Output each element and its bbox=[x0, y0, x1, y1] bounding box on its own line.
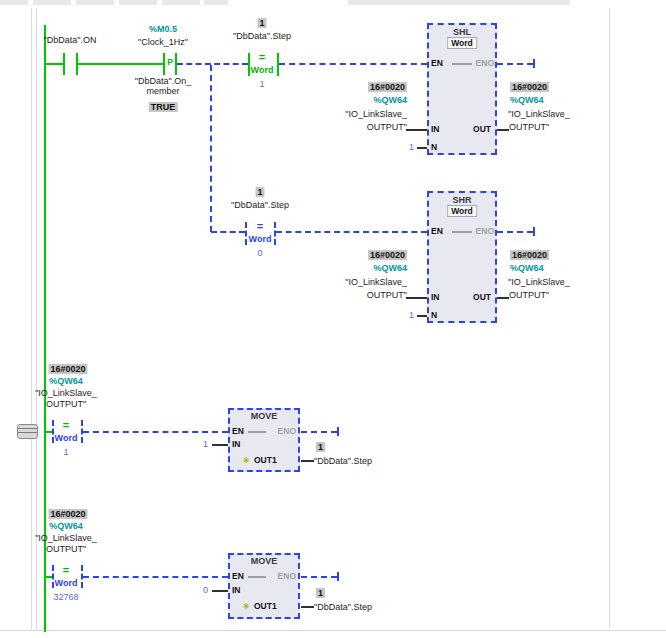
operand-tag[interactable]: OUTPUT" bbox=[367, 122, 407, 132]
in-wire bbox=[406, 129, 427, 131]
eno-wire bbox=[301, 576, 337, 578]
pin-n: N bbox=[431, 310, 437, 320]
edge-contact-letter[interactable]: P bbox=[167, 57, 173, 67]
rung-wire bbox=[211, 231, 245, 233]
operand-tag[interactable]: "IO_LinkSlave_ bbox=[508, 277, 570, 287]
operand-address[interactable]: %QW64 bbox=[49, 521, 83, 531]
rung-wire bbox=[83, 431, 228, 433]
operand-tag[interactable]: "IO_LinkSlave_ bbox=[35, 533, 97, 543]
pin-out: OUT bbox=[473, 124, 491, 134]
eno-wire bbox=[497, 231, 533, 233]
operand-tag[interactable]: "IO_LinkSlave_ bbox=[345, 277, 407, 287]
ladder-editor-canvas: "DbData".ON P %M0.5 "Clock_1Hz" "DbData"… bbox=[0, 0, 666, 638]
contact-bar bbox=[163, 53, 165, 75]
block-title[interactable]: SHL bbox=[453, 27, 471, 37]
rung-wire bbox=[279, 63, 427, 65]
collapsed-branch-icon[interactable] bbox=[17, 424, 38, 439]
compare-value[interactable]: 1 bbox=[63, 447, 68, 457]
operand-address[interactable]: %QW64 bbox=[49, 376, 83, 386]
operand-tag[interactable]: OUTPUT" bbox=[367, 290, 407, 300]
compare-operator[interactable]: = bbox=[257, 222, 263, 231]
monitor-value: 1 bbox=[316, 588, 325, 598]
block-datatype-dropdown[interactable]: Word bbox=[447, 37, 477, 49]
operand-tag[interactable]: OUTPUT" bbox=[509, 122, 549, 132]
operand-tag[interactable]: "IO_LinkSlave_ bbox=[35, 388, 97, 398]
pin-eno: ENO bbox=[476, 226, 494, 236]
operand-tag[interactable]: "DbData".Step bbox=[231, 200, 289, 210]
operand-tag[interactable]: member bbox=[146, 86, 179, 96]
compare-datatype[interactable]: Word bbox=[249, 234, 272, 244]
operand-address[interactable]: %QW64 bbox=[373, 95, 407, 105]
eno-wire bbox=[497, 63, 533, 65]
pin-en: EN bbox=[431, 58, 443, 68]
block-title[interactable]: MOVE bbox=[251, 411, 278, 421]
add-output-icon[interactable]: ✳ bbox=[243, 456, 250, 465]
page-break-line bbox=[609, 8, 610, 627]
monitor-value: TRUE bbox=[149, 102, 178, 112]
wire-end-tick bbox=[533, 59, 535, 68]
compare-datatype[interactable]: Word bbox=[55, 578, 78, 588]
operand-tag[interactable]: "IO_LinkSlave_ bbox=[345, 109, 407, 119]
block-datatype-dropdown[interactable]: Word bbox=[447, 205, 477, 217]
branch-wire bbox=[210, 65, 212, 232]
compare-value[interactable]: 32768 bbox=[53, 592, 78, 602]
operand-tag[interactable]: OUTPUT" bbox=[46, 399, 86, 409]
compare-datatype[interactable]: Word bbox=[251, 65, 274, 75]
toolbar-edge-segment bbox=[348, 0, 570, 5]
network-margin-line bbox=[31, 8, 32, 631]
toolbar-edge-segment bbox=[119, 0, 157, 5]
en-eno-link bbox=[248, 576, 266, 578]
constant-value[interactable]: 0 bbox=[203, 585, 208, 595]
monitor-value: 16#0020 bbox=[368, 250, 407, 260]
operand-tag[interactable]: "DbData".Step bbox=[314, 456, 372, 466]
constant-value[interactable]: 1 bbox=[409, 142, 414, 152]
pin-en: EN bbox=[232, 571, 244, 581]
operand-tag[interactable]: "Clock_1Hz" bbox=[138, 37, 188, 47]
compare-operator[interactable]: = bbox=[63, 566, 69, 575]
constant-value[interactable]: 1 bbox=[409, 310, 414, 320]
add-output-icon[interactable]: ✳ bbox=[243, 602, 250, 611]
compare-operator[interactable]: = bbox=[259, 53, 265, 62]
constant-value[interactable]: 1 bbox=[203, 439, 208, 449]
operand-address[interactable]: %M0.5 bbox=[149, 24, 177, 34]
contact-tag[interactable]: "DbData".ON bbox=[44, 35, 97, 45]
monitor-value: 1 bbox=[316, 442, 325, 452]
compare-value[interactable]: 0 bbox=[257, 248, 262, 258]
monitor-value: 16#0020 bbox=[368, 82, 407, 92]
operand-tag[interactable]: "DbData".Step bbox=[233, 31, 291, 41]
monitor-value: 1 bbox=[255, 187, 264, 197]
operand-address[interactable]: %QW64 bbox=[510, 263, 544, 273]
operand-tag[interactable]: OUTPUT" bbox=[509, 290, 549, 300]
out-wire bbox=[301, 460, 314, 462]
operand-tag[interactable]: OUTPUT" bbox=[46, 544, 86, 554]
monitor-value: 1 bbox=[257, 18, 266, 28]
operand-tag[interactable]: "DbData".Step bbox=[314, 602, 372, 612]
out-wire bbox=[497, 297, 509, 299]
operand-address[interactable]: %QW64 bbox=[510, 95, 544, 105]
compare-datatype[interactable]: Word bbox=[55, 433, 78, 443]
monitor-value: 16#0020 bbox=[48, 509, 87, 519]
eno-wire bbox=[301, 431, 337, 433]
in-wire bbox=[212, 444, 228, 446]
wire-end-tick bbox=[337, 427, 339, 436]
pin-out1: OUT1 bbox=[254, 455, 277, 465]
monitor-value: 16#0020 bbox=[48, 364, 87, 374]
compare-bar bbox=[274, 222, 276, 245]
pin-n: N bbox=[431, 142, 437, 152]
pin-in: IN bbox=[232, 585, 241, 595]
en-eno-link bbox=[452, 63, 472, 65]
out-wire bbox=[301, 606, 314, 608]
rung-wire bbox=[78, 63, 163, 65]
n-wire bbox=[417, 315, 427, 317]
toolbar-edge-segment bbox=[33, 0, 71, 5]
compare-value[interactable]: 1 bbox=[259, 79, 264, 89]
pin-out1: OUT1 bbox=[254, 601, 277, 611]
operand-tag[interactable]: "IO_LinkSlave_ bbox=[508, 109, 570, 119]
contact-bar bbox=[63, 53, 65, 75]
operand-tag[interactable]: "DbData".On_ bbox=[135, 76, 191, 86]
monitor-value: 16#0020 bbox=[510, 250, 549, 260]
block-title[interactable]: SHR bbox=[452, 195, 471, 205]
block-title[interactable]: MOVE bbox=[251, 556, 278, 566]
operand-address[interactable]: %QW64 bbox=[373, 263, 407, 273]
compare-operator[interactable]: = bbox=[63, 421, 69, 430]
